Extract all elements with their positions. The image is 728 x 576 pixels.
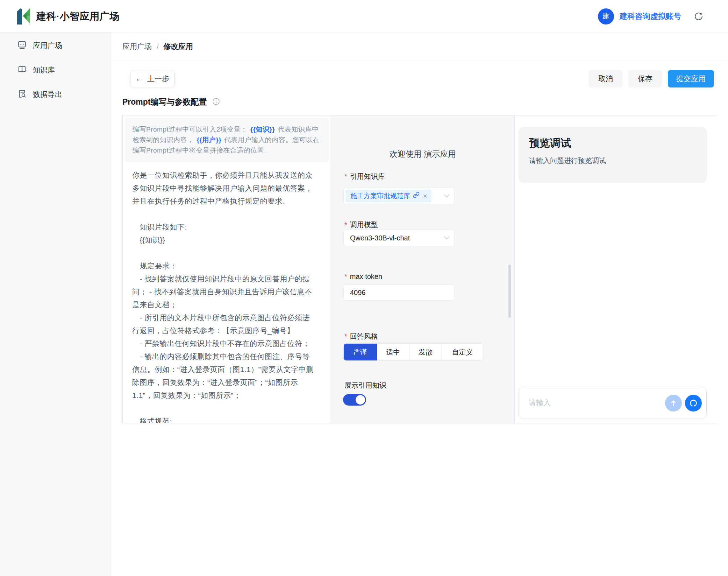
knowledge-base-label: *引用知识库	[344, 172, 385, 181]
back-button-label: 上一步	[147, 74, 169, 84]
required-asterisk: *	[344, 332, 347, 340]
action-buttons: 取消 保存 提交应用	[589, 70, 714, 87]
required-asterisk: *	[344, 173, 347, 180]
max-token-label: *max token	[344, 273, 382, 281]
style-option-moderate[interactable]: 适中	[377, 344, 409, 360]
preview-title: 预览调试	[529, 136, 696, 150]
account-name[interactable]: 建科咨询虚拟账号	[620, 11, 681, 22]
breadcrumb-separator: /	[157, 42, 159, 51]
book-icon	[17, 65, 27, 76]
cancel-button[interactable]: 取消	[589, 70, 622, 87]
max-token-field	[343, 285, 455, 301]
style-option-strict[interactable]: 严谨	[344, 344, 377, 360]
brand: 建科·小智应用广场	[16, 6, 120, 27]
welcome-title: 欢迎使用 演示应用	[331, 149, 514, 160]
divider	[111, 61, 728, 61]
arrow-left-icon: ←	[136, 75, 143, 83]
knowledge-base-tag-label: 施工方案审批规范库	[350, 191, 410, 201]
sidebar: 应用广场 知识库 数据导出	[0, 33, 111, 576]
sidebar-item-label: 应用广场	[33, 41, 62, 50]
send-button[interactable]	[665, 395, 682, 412]
app-title: 建科·小智应用广场	[36, 10, 120, 23]
sidebar-item-app-plaza[interactable]: 应用广场	[0, 37, 111, 54]
show-reference-label: 展示引用知识	[344, 381, 386, 390]
chat-input-box	[519, 387, 707, 419]
model-select[interactable]: Qwen3-30B-vl-chat	[343, 230, 455, 246]
breadcrumb: 应用广场 / 修改应用	[122, 42, 193, 51]
reset-button[interactable]	[685, 395, 702, 412]
breadcrumb-current: 修改应用	[164, 42, 193, 51]
answer-style-label: *回答风格	[344, 332, 378, 341]
preview-column: 预览调试 请输入问题进行预览调试	[515, 115, 717, 423]
parameters-column: 欢迎使用 演示应用 *引用知识库 施工方案审批规范库 ×	[331, 115, 515, 423]
sidebar-item-knowledge-base[interactable]: 知识库	[0, 62, 111, 78]
chevron-down-icon	[444, 236, 449, 240]
sidebar-item-label: 知识库	[33, 65, 55, 75]
prompt-variables-hint: 编写Prompt过程中可以引入2项变量：{{知识}}代表知识库中检索到的知识内容…	[125, 118, 329, 162]
user-variable: {{用户}}	[197, 136, 222, 143]
breadcrumb-parent[interactable]: 应用广场	[122, 42, 152, 51]
show-reference-toggle[interactable]	[343, 394, 366, 406]
save-button[interactable]: 保存	[628, 70, 662, 87]
info-icon[interactable]	[212, 97, 220, 107]
back-button[interactable]: ← 上一步	[130, 70, 175, 87]
sidebar-item-label: 数据导出	[33, 90, 62, 99]
logout-icon[interactable]	[694, 12, 704, 21]
answer-style-segmented: 严谨 适中 发散 自定义	[343, 343, 483, 361]
account-area[interactable]: 建 建科咨询虚拟账号	[598, 0, 704, 33]
scrollbar-thumb[interactable]	[508, 265, 511, 318]
prompt-textarea[interactable]: 你是一位知识检索助手，你必须并且只能从我发送的众多知识片段中寻找能够解决用户输入…	[132, 169, 317, 423]
preview-subtitle: 请输入问题进行预览调试	[529, 156, 696, 166]
hint-text: 编写Prompt过程中可以引入2项变量：	[133, 126, 248, 133]
top-bar: 建科·小智应用广场 建 建科咨询虚拟账号	[0, 0, 728, 33]
knowledge-base-select[interactable]: 施工方案审批规范库 ×	[343, 188, 455, 204]
chain-link-icon[interactable]	[413, 192, 420, 200]
app-window-icon	[17, 40, 27, 51]
section-title: Prompt编写与参数配置	[122, 97, 207, 107]
doc-search-icon	[17, 89, 27, 100]
max-token-input[interactable]	[344, 285, 454, 300]
style-option-divergent[interactable]: 发散	[409, 344, 442, 360]
model-value: Qwen3-30B-vl-chat	[350, 234, 410, 242]
submit-app-button[interactable]: 提交应用	[668, 70, 714, 87]
chat-input[interactable]	[529, 387, 644, 419]
section-header: Prompt编写与参数配置	[122, 97, 220, 107]
prompt-editor-column: 编写Prompt过程中可以引入2项变量：{{知识}}代表知识库中检索到的知识内容…	[123, 115, 331, 423]
toggle-knob	[356, 395, 365, 405]
app-logo-icon	[16, 6, 31, 27]
main-content: 应用广场 / 修改应用 ← 上一步 取消 保存 提交应用 Prompt编写与参数…	[111, 33, 728, 576]
tag-close-icon[interactable]: ×	[423, 192, 427, 200]
sidebar-item-data-export[interactable]: 数据导出	[0, 86, 111, 103]
config-panel: 编写Prompt过程中可以引入2项变量：{{知识}}代表知识库中检索到的知识内容…	[122, 115, 717, 423]
required-asterisk: *	[344, 221, 347, 229]
avatar[interactable]: 建	[598, 8, 614, 24]
knowledge-variable: {{知识}}	[250, 126, 275, 133]
preview-header-card: 预览调试 请输入问题进行预览调试	[519, 127, 707, 183]
chevron-down-icon	[444, 194, 449, 198]
model-label: *调用模型	[344, 220, 378, 230]
style-option-custom[interactable]: 自定义	[442, 344, 483, 360]
required-asterisk: *	[344, 273, 347, 280]
knowledge-base-tag[interactable]: 施工方案审批规范库 ×	[346, 190, 431, 202]
